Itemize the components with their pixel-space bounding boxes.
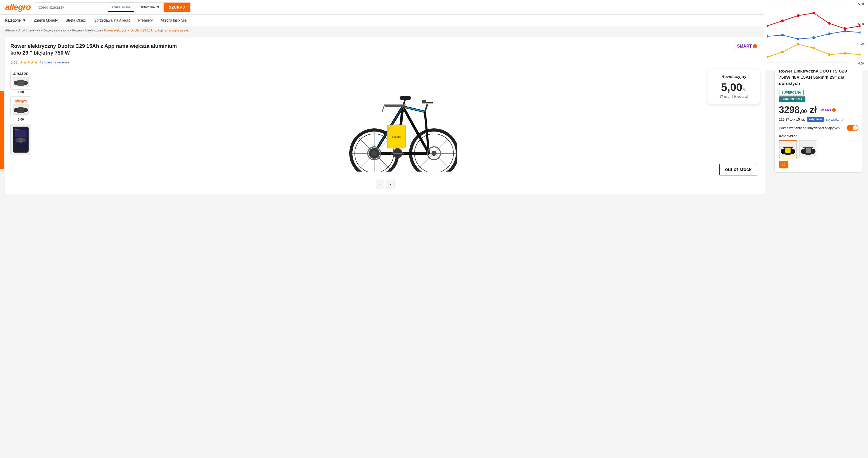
svg-point-8 (24, 108, 28, 112)
svg-line-46 (382, 104, 384, 112)
svg-line-40 (425, 104, 428, 112)
breadcrumb-allegro[interactable]: Allegro (5, 29, 15, 32)
nav-inspiruje[interactable]: Allegro Inspiruje (161, 18, 187, 22)
amazon-price: 6,50 (10, 90, 31, 94)
search-category-dropdown[interactable]: Elektryczne ▼ (134, 3, 164, 12)
svg-point-4 (24, 81, 28, 85)
variants-label: Kolor/Wzór (779, 134, 858, 138)
svg-point-80 (812, 36, 815, 39)
product-card: Rower Elektryczny DUOTTS C29 750W 48V 15… (774, 64, 863, 173)
svg-point-56 (781, 149, 786, 154)
toggle-knob (852, 125, 858, 130)
product-title: Rower elektryczny Duotts C29 15Ah z App … (10, 42, 187, 56)
svg-point-72 (797, 14, 799, 17)
variants-row (779, 140, 858, 158)
prev-image-button[interactable]: ‹ (376, 180, 384, 188)
svg-point-77 (767, 35, 768, 38)
variant-box-2[interactable] (799, 140, 817, 158)
product-rating: 5,00 ★★★★★ 17 ocen i 9 recenzji (10, 60, 760, 65)
phone-screen: 100% (14, 128, 28, 148)
svg-rect-39 (400, 96, 411, 100)
svg-point-62 (801, 149, 806, 154)
smart-product-badge: SMART ! (734, 42, 760, 50)
allegro-price: 5,00 (10, 118, 31, 121)
svg-point-73 (812, 12, 815, 14)
svg-point-49 (371, 150, 377, 156)
smart-icon: ! (753, 44, 757, 48)
nav-premiery[interactable]: Premiery (138, 18, 153, 22)
allegro-thumbnail[interactable]: allegro (10, 96, 31, 117)
phone-thumb-container: 100% (10, 124, 31, 155)
rating-score: 5,00 (10, 60, 18, 64)
breadcrumb-rowery[interactable]: Rowery (72, 29, 83, 32)
thumbnails: amazon 6,50 (10, 69, 31, 178)
rating-count-link[interactable]: 17 ocen i 9 recenzji (40, 60, 69, 64)
svg-point-84 (767, 56, 768, 59)
chart-y-label-8: 8,00 (858, 62, 864, 65)
product-image: DUOTTS (338, 78, 457, 172)
header: allegro szukaj wielu Elektryczne ▼ SZUKA… (0, 0, 868, 14)
other-sellers-toggle[interactable] (847, 125, 858, 131)
nav-kategorie-label: Kategorie (5, 18, 21, 22)
rating-popup-label: Rewelacyjny (714, 74, 753, 79)
svg-rect-42 (422, 100, 426, 103)
smart-logo: SMART (737, 44, 752, 49)
other-sellers-label: Pokaż warianty od innych sprzedających (779, 126, 840, 130)
next-image-button[interactable]: › (386, 180, 395, 188)
breadcrumb-rowery-akcesoria[interactable]: Rowery i akcesoria (43, 29, 69, 32)
size-box-29[interactable]: 29 (779, 161, 788, 168)
amazon-thumbnail[interactable]: amazon (10, 69, 31, 90)
raty-row: 219,87 zł x 15 rat raty zero sprawdź ⓘ (779, 117, 858, 122)
svg-point-57 (790, 149, 795, 154)
svg-point-63 (810, 149, 815, 154)
nav-kategorie[interactable]: Kategorie ▼ (5, 18, 26, 22)
svg-rect-59 (785, 148, 790, 153)
rating-popup-score: 5,00 (721, 81, 742, 94)
svg-point-7 (14, 108, 18, 112)
out-of-stock-badge: out of stock (719, 164, 757, 176)
main-image-wrapper: Rewelacyjny 5,00 /5 17 ocen i 9 recenzji (35, 69, 760, 178)
search-category-label: Elektryczne (137, 5, 155, 9)
search-button[interactable]: SZUKAJ (164, 3, 190, 12)
price-chart-svg (767, 3, 861, 68)
price-row: 3298,00 zł SMART ! (779, 104, 858, 115)
svg-text:100%: 100% (15, 128, 19, 130)
svg-rect-10 (15, 130, 27, 137)
supercena-filled: SUPERCENA (779, 96, 805, 102)
supercena-outline: SUPERCENA (779, 90, 804, 95)
breadcrumb-current: Rower elektryczny Duotts C29 15Ah z App … (104, 29, 190, 32)
smart-price-logo: SMART (819, 108, 831, 112)
svg-point-74 (828, 22, 831, 25)
breadcrumb: Allegro - Sport i turystyka - Rowery i a… (0, 26, 868, 35)
svg-point-3 (14, 81, 18, 85)
svg-point-89 (844, 52, 846, 55)
search-wielu-button[interactable]: szukaj wielu (108, 3, 134, 12)
svg-point-87 (812, 47, 815, 50)
search-input[interactable] (35, 3, 108, 12)
svg-point-12 (16, 138, 19, 142)
chart-y-label-6: 6,00 (858, 22, 864, 26)
svg-point-88 (828, 53, 831, 56)
side-strip (0, 91, 4, 169)
nav-zgarnij-monety[interactable]: Zgarnij Monety (34, 18, 58, 22)
sprawdz-link[interactable]: sprawdź (826, 118, 839, 121)
phone-thumbnail[interactable]: 100% (10, 124, 31, 155)
variant-box-1[interactable] (779, 140, 797, 158)
allegro-logo[interactable]: allegro (5, 2, 31, 12)
rating-popup: Rewelacyjny 5,00 /5 17 ocen i 9 recenzji (708, 69, 760, 104)
breadcrumb-elektryczne[interactable]: Elektryczne (85, 29, 101, 32)
smart-price-badge: SMART ! (819, 108, 836, 112)
breadcrumb-sport[interactable]: Sport i turystyka (18, 29, 40, 32)
amazon-thumb-container: amazon 6,50 (10, 69, 31, 94)
product-card-title: Rower Elektryczny DUOTTS C29 750W 48V 15… (779, 68, 858, 87)
rating-popup-count: 17 ocen i 9 recenzji (714, 95, 753, 98)
allegro-thumb-container: allegro 5,00 (10, 96, 31, 121)
price-main: 3298,00 zł (779, 104, 817, 115)
chart-y-label-5: 5,00 (858, 3, 864, 6)
raty-zero-badge: raty zero (807, 117, 824, 122)
nav-kategorie-chevron: ▼ (22, 18, 26, 22)
rating-popup-max: /5 (743, 87, 747, 92)
image-section: amazon 6,50 (10, 69, 760, 178)
nav-sprzedawaj[interactable]: Sprzedawaj na Allegro (94, 18, 130, 22)
nav-strefa-okazji[interactable]: Strefa Okazji (65, 18, 86, 22)
